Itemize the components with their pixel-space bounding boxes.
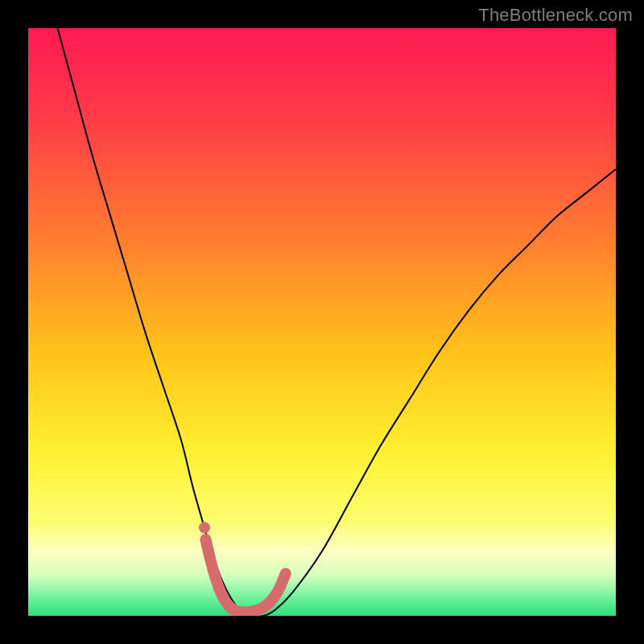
chart-frame: TheBottleneck.com [0, 0, 644, 644]
watermark-text: TheBottleneck.com [478, 5, 633, 26]
curve-highlight-dot [199, 522, 210, 534]
gradient-background [28, 28, 616, 616]
plot-area [28, 28, 616, 616]
bottleneck-chart [28, 28, 616, 616]
